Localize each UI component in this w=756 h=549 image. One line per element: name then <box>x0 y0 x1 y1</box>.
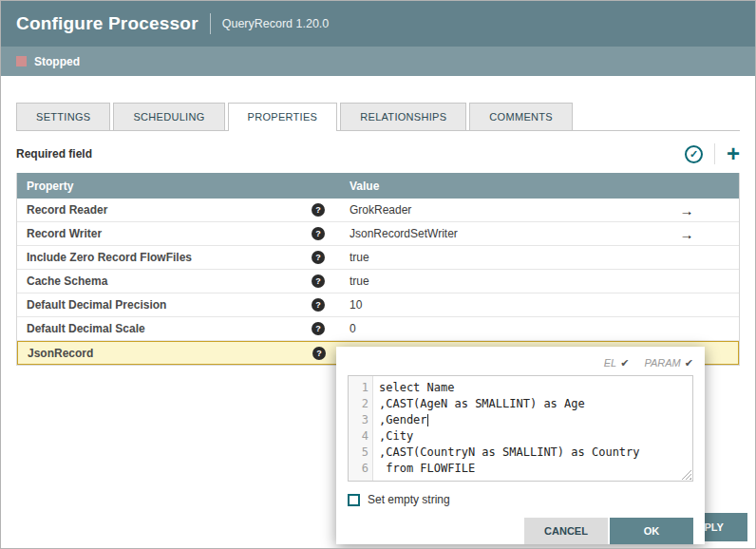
param-support-indicator: PARAM✔ <box>644 357 693 369</box>
el-support-indicator: EL✔ <box>604 357 630 369</box>
goto-service-arrow-icon[interactable]: → <box>634 226 739 242</box>
verify-properties-button[interactable]: ✓ <box>685 145 703 163</box>
tab-properties[interactable]: PROPERTIES <box>228 103 338 131</box>
table-row[interactable]: Default Decimal Precision?10 <box>17 293 739 317</box>
value-cell[interactable]: 10 <box>340 298 634 312</box>
value-cell[interactable]: JsonRecordSetWriter <box>340 227 634 240</box>
value-cell[interactable]: true <box>340 251 634 264</box>
line-number: 6 <box>349 461 369 477</box>
value-cell[interactable]: GrokReader <box>340 203 634 217</box>
table-header-row: Property Value <box>17 173 739 199</box>
property-name: Cache Schema <box>27 274 312 288</box>
help-icon[interactable]: ? <box>312 274 325 288</box>
status-label: Stopped <box>34 55 80 68</box>
required-field-label: Required field <box>16 147 92 161</box>
code-line: select Name <box>379 380 692 396</box>
popup-buttons: CANCEL OK <box>348 518 693 544</box>
processor-name-version: QueryRecord 1.20.0 <box>222 17 330 30</box>
property-cell: Default Decimal Scale? <box>17 322 340 335</box>
stopped-status-icon <box>16 56 27 66</box>
table-row[interactable]: Include Zero Record FlowFiles?true <box>17 246 739 270</box>
table-row[interactable]: Record Reader?GrokReader→ <box>17 199 739 222</box>
dialog-header: Configure Processor QueryRecord 1.20.0 <box>1 1 755 47</box>
tab-relationships[interactable]: RELATIONSHIPS <box>340 103 466 130</box>
property-name: Record Reader <box>27 203 312 217</box>
help-icon[interactable]: ? <box>312 322 325 335</box>
line-numbers: 123456 <box>349 376 373 481</box>
dialog-title: Configure Processor <box>16 13 198 34</box>
property-name: JsonRecord <box>28 347 312 360</box>
editor-capabilities: EL✔ PARAM✔ <box>348 354 693 371</box>
properties-table: Property Value Record Reader?GrokReader→… <box>16 173 740 366</box>
property-cell: Default Decimal Precision? <box>17 298 340 312</box>
column-header-value: Value <box>340 180 634 193</box>
goto-service-arrow-icon[interactable]: → <box>634 202 739 218</box>
code-line: from FLOWFILE <box>379 461 692 477</box>
line-number: 3 <box>349 412 369 428</box>
check-icon: ✔ <box>620 357 629 369</box>
ok-button[interactable]: OK <box>610 518 693 544</box>
verify-check-icon: ✓ <box>690 148 698 161</box>
sql-editor[interactable]: 123456 select Name,CAST(AgeN as SMALLINT… <box>348 375 693 482</box>
code-line: ,CAST(AgeN as SMALLINT) as Age <box>379 396 692 412</box>
value-cell[interactable]: 0 <box>340 322 634 335</box>
tab-settings[interactable]: SETTINGS <box>16 103 110 130</box>
help-icon[interactable]: ? <box>312 227 325 240</box>
cancel-button[interactable]: CANCEL <box>524 518 608 544</box>
property-name: Record Writer <box>27 227 312 240</box>
help-icon[interactable]: ? <box>312 298 325 312</box>
table-row[interactable]: Default Decimal Scale?0 <box>17 317 739 341</box>
code-line: ,CAST(CountryN as SMALLINT) as Country <box>379 445 692 461</box>
tab-comments[interactable]: COMMENTS <box>469 103 573 130</box>
value-editor-popup: EL✔ PARAM✔ 123456 select Name,CAST(AgeN … <box>336 347 705 544</box>
title-divider <box>210 13 211 34</box>
line-number: 2 <box>349 396 369 412</box>
set-empty-string-label: Set empty string <box>368 493 450 506</box>
value-cell[interactable]: true <box>340 274 634 288</box>
column-header-property: Property <box>17 180 340 193</box>
table-body: Record Reader?GrokReader→Record Writer?J… <box>17 199 739 365</box>
table-row[interactable]: Cache Schema?true <box>17 270 739 293</box>
toolbar-divider <box>714 143 715 164</box>
text-cursor <box>427 414 428 426</box>
line-number: 1 <box>349 380 369 396</box>
help-icon[interactable]: ? <box>312 203 325 217</box>
property-name: Default Decimal Precision <box>27 298 312 312</box>
code-line: ,City <box>379 428 692 445</box>
property-cell: Include Zero Record FlowFiles? <box>17 251 340 264</box>
property-cell: Record Writer? <box>17 227 340 240</box>
line-number: 4 <box>349 428 369 445</box>
line-number: 5 <box>349 445 369 461</box>
set-empty-string-checkbox[interactable] <box>348 494 360 506</box>
property-name: Default Decimal Scale <box>27 322 312 335</box>
check-icon: ✔ <box>685 357 693 369</box>
property-cell: Cache Schema? <box>17 274 340 288</box>
add-property-button[interactable]: + <box>727 143 740 164</box>
code-line: ,Gender <box>379 412 692 428</box>
property-cell: JsonRecord? <box>18 347 341 360</box>
property-cell: Record Reader? <box>17 203 340 217</box>
tabs: SETTINGSSCHEDULINGPROPERTIESRELATIONSHIP… <box>16 103 740 131</box>
table-row[interactable]: Record Writer?JsonRecordSetWriter→ <box>17 222 739 246</box>
tab-scheduling[interactable]: SCHEDULING <box>113 103 224 130</box>
status-bar: Stopped <box>1 47 755 76</box>
set-empty-string-row: Set empty string <box>348 493 693 506</box>
help-icon[interactable]: ? <box>312 347 326 360</box>
help-icon[interactable]: ? <box>312 251 325 264</box>
property-name: Include Zero Record FlowFiles <box>27 251 312 264</box>
code-editor-text[interactable]: select Name,CAST(AgeN as SMALLINT) as Ag… <box>373 376 692 481</box>
table-toolbar: Required field ✓ + <box>16 141 740 167</box>
